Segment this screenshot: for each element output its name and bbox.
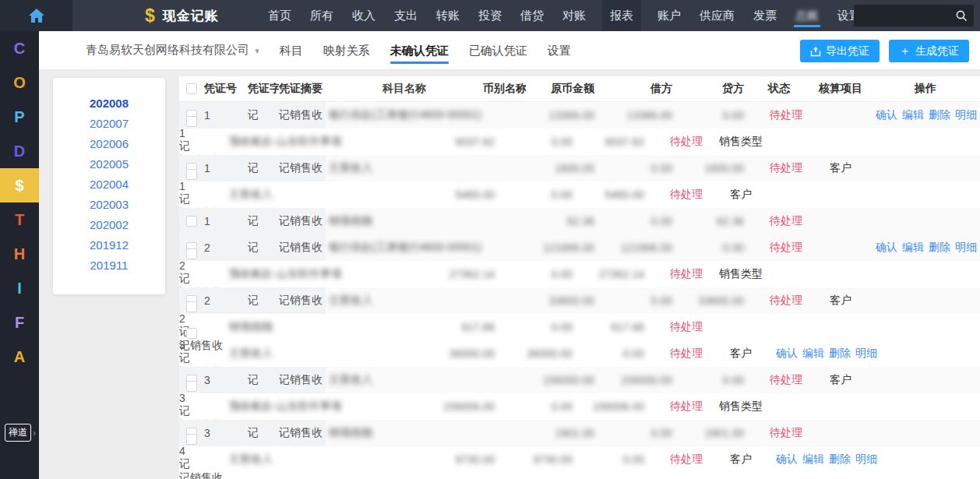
row-checkbox[interactable] <box>186 248 197 259</box>
home-button[interactable] <box>0 0 72 31</box>
tab-item[interactable]: 科目 <box>280 31 303 70</box>
cell-accounting-item: 销售类型 <box>710 135 771 149</box>
company-selector[interactable]: 青岛易软天创网络科技有限公司 ▾ <box>86 43 259 58</box>
top-bar: $ 现金记账 首页所有收入支出转账投资借贷对账报表账户供应商发票总账设置 <box>0 0 980 31</box>
column-header: 凭证摘要 <box>279 82 326 96</box>
nav-item-label: 供应商 <box>700 9 735 22</box>
action-confirm[interactable]: 确认 <box>776 347 798 359</box>
cell-original-amount: 33600.00 <box>526 294 598 307</box>
cell-original-amount: 9730.00 <box>426 453 499 466</box>
app-title: 现金记账 <box>163 7 219 25</box>
row-checkbox[interactable] <box>186 381 197 392</box>
cell-credit: 0.00 <box>576 453 648 466</box>
cell-voucher-word: 记 <box>179 351 210 365</box>
cell-voucher-word: 记 <box>179 457 210 471</box>
action-edit[interactable]: 编辑 <box>802 347 824 359</box>
sidebar-app-c[interactable]: C <box>0 31 39 65</box>
nav-item-x[interactable]: 投资 <box>476 0 504 31</box>
search-input[interactable] <box>854 5 974 26</box>
nav-item-x[interactable]: 收入 <box>350 0 378 31</box>
month-item[interactable]: 202008 <box>53 93 165 114</box>
cell-credit: 0.00 <box>676 241 748 254</box>
action-detail[interactable]: 明细 <box>955 108 977 121</box>
sidebar-app-t[interactable]: T <box>0 203 39 237</box>
month-item[interactable]: 202004 <box>53 174 165 195</box>
action-delete[interactable]: 删除 <box>929 241 950 253</box>
cell-status: 待处理 <box>648 453 710 467</box>
month-item[interactable]: 202007 <box>53 114 165 134</box>
action-delete[interactable]: 删除 <box>829 347 851 359</box>
cell-debit: 0.00 <box>499 188 576 201</box>
table-row: 1记记销售收主营收入1600.000.001600.00待处理客户 <box>179 155 980 181</box>
nav-item-x[interactable]: 报表 <box>602 0 641 31</box>
sidebar-app-o[interactable]: O <box>0 65 39 100</box>
nav-item-x[interactable]: 所有 <box>308 0 336 31</box>
table-row: 2记记销售收预收账款-山东软件事项27362.140.0027362.14待处理… <box>179 261 980 287</box>
voucher-table: 凭证号凭证字凭证摘要科目名称币别名称原币金额借方贷方状态核算项目操作 1记记销售… <box>179 76 980 479</box>
sidebar-app-d[interactable]: D <box>0 134 39 168</box>
action-delete[interactable]: 删除 <box>829 453 851 465</box>
nav-item-x[interactable]: 借贷 <box>518 0 546 31</box>
chevron-right-icon[interactable]: › <box>33 428 36 438</box>
nav-item-x[interactable]: 转账 <box>434 0 462 31</box>
nav-item-x[interactable]: 账户 <box>655 0 683 31</box>
nav-item-x[interactable]: 支出 <box>392 0 420 31</box>
tab-active[interactable]: 未确认凭证 <box>390 31 449 70</box>
row-checkbox[interactable] <box>186 116 197 127</box>
cell-original-amount: 156000.00 <box>526 374 598 386</box>
column-header: 操作 <box>871 82 980 96</box>
sidebar-app-$[interactable]: $ <box>0 168 39 203</box>
table-row: 3记记销售收预收账款-山东软件事项156006.000.00156006.00待… <box>179 393 980 420</box>
nav-item-x[interactable]: 发票 <box>751 0 779 31</box>
month-item[interactable]: 201911 <box>53 255 165 276</box>
sidebar-app-i[interactable]: I <box>0 271 39 305</box>
action-edit[interactable]: 编辑 <box>902 241 924 253</box>
tab-item[interactable]: 设置 <box>548 31 571 70</box>
row-checkbox[interactable] <box>186 169 197 180</box>
export-voucher-button[interactable]: 导出凭证 <box>800 40 880 62</box>
month-item[interactable]: 202002 <box>53 215 165 235</box>
cell-status: 待处理 <box>648 400 710 414</box>
generate-voucher-button[interactable]: ＋ 生成凭证 <box>889 40 969 62</box>
sidebar-app-h[interactable]: H <box>0 237 39 271</box>
row-checkbox[interactable] <box>186 328 197 339</box>
month-item[interactable]: 202005 <box>53 154 165 174</box>
action-detail[interactable]: 明细 <box>855 347 877 359</box>
sidebar-app-p[interactable]: P <box>0 100 39 134</box>
cell-original-amount: 27362.14 <box>426 268 499 280</box>
nav-item-active[interactable]: 总账 <box>793 0 821 31</box>
nav-item-x[interactable]: 对账 <box>560 0 588 31</box>
action-confirm[interactable]: 确认 <box>776 453 798 465</box>
action-edit[interactable]: 编辑 <box>902 108 924 121</box>
action-confirm[interactable]: 确认 <box>876 241 897 253</box>
nav-item-x[interactable]: 供应商 <box>697 0 737 31</box>
month-item[interactable]: 201912 <box>53 235 165 255</box>
nav-item-x[interactable]: 首页 <box>266 0 294 31</box>
action-detail[interactable]: 明细 <box>855 453 877 465</box>
cell-voucher-no: 1 <box>179 180 223 192</box>
action-confirm[interactable]: 确认 <box>876 108 897 121</box>
cell-credit: 62.36 <box>676 215 748 227</box>
row-checkbox[interactable] <box>186 434 197 445</box>
action-detail[interactable]: 明细 <box>955 241 977 253</box>
cell-voucher-summary: 记销售收 <box>279 373 326 387</box>
action-delete[interactable]: 删除 <box>929 108 950 121</box>
sidebar-app-f[interactable]: F <box>0 305 39 340</box>
tab-item[interactable]: 映射关系 <box>323 31 370 70</box>
cell-status: 待处理 <box>748 294 810 308</box>
tab-item[interactable]: 已确认凭证 <box>469 31 527 70</box>
nav-item-label: 发票 <box>753 9 777 22</box>
row-checkbox[interactable] <box>186 301 197 312</box>
cell-voucher-no: 1 <box>179 127 223 139</box>
sidebar-app-a[interactable]: A <box>0 340 39 374</box>
month-item[interactable]: 202003 <box>53 195 165 215</box>
action-edit[interactable]: 编辑 <box>802 453 824 465</box>
zentao-button[interactable]: 禅道 <box>5 424 31 442</box>
row-checkbox-cell <box>179 301 204 312</box>
row-fixed-cells: 4记记销售收 <box>179 434 226 479</box>
select-all-checkbox[interactable] <box>186 83 197 94</box>
cell-voucher-word: 记 <box>179 192 210 206</box>
month-item[interactable]: 202006 <box>53 134 165 154</box>
row-checkbox[interactable] <box>186 216 197 227</box>
column-header: 核算项目 <box>810 82 871 96</box>
